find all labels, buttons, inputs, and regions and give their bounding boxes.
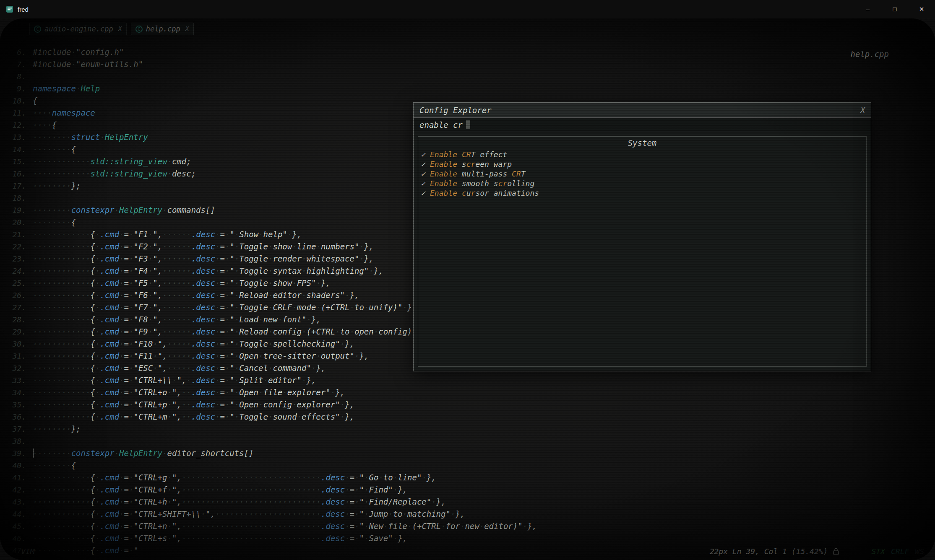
config-search-input[interactable]: enable cr bbox=[414, 118, 871, 132]
code-line-text: ············std::string_view·cmd; bbox=[33, 156, 191, 168]
code-line-text: ········}; bbox=[33, 180, 81, 192]
code-line[interactable]: 33.············{·.cmd·=·"CTRL+\\·",·.des… bbox=[6, 374, 935, 386]
code-line-text: ············{·.cmd·=·"CTRL+p·",··.desc·=… bbox=[33, 399, 354, 411]
code-line[interactable]: 34.············{·.cmd·=·"CTRL+o·",··.des… bbox=[6, 386, 935, 399]
code-line[interactable]: 43.············{·.cmd·=·"CTRL+h·",······… bbox=[6, 496, 935, 508]
dialog-close-button[interactable]: X bbox=[861, 106, 865, 114]
config-item[interactable]: ✓Enable multi-pass CRT bbox=[418, 169, 866, 179]
code-line-text: ············{·.cmd·=·"CTRL+h·",·········… bbox=[33, 496, 446, 508]
config-section-header: System bbox=[418, 137, 866, 150]
maximize-button[interactable]: □ bbox=[881, 0, 908, 18]
config-item[interactable]: ✓Enable smooth scrolling bbox=[418, 179, 866, 188]
code-line[interactable]: 38. bbox=[6, 435, 935, 447]
line-number: 17. bbox=[6, 180, 26, 192]
code-line[interactable]: 40.········{ bbox=[6, 459, 935, 472]
line-number: 18. bbox=[6, 192, 26, 204]
search-caret bbox=[466, 120, 470, 129]
line-number: 7. bbox=[6, 58, 26, 70]
line-number: 35. bbox=[6, 399, 26, 411]
line-number: 45. bbox=[6, 520, 26, 532]
line-number: 43. bbox=[6, 496, 26, 508]
code-line[interactable]: 36.············{·.cmd·=·"CTRL+m·",··.des… bbox=[6, 411, 935, 423]
code-line-text: ············{·.cmd·=·"CTRL+o·",··.desc·=… bbox=[33, 386, 345, 399]
tab-label: audio-engine.cpp bbox=[44, 25, 113, 33]
line-number: 26. bbox=[6, 289, 26, 301]
config-item-label: Enable CRT effect bbox=[430, 150, 507, 159]
code-line-text: ············{·.cmd·=·"CTRL+\\·",·.desc·=… bbox=[33, 374, 316, 386]
line-number: 38. bbox=[6, 435, 26, 447]
code-line[interactable]: 41.············{·.cmd·=·"CTRL+g·",······… bbox=[6, 472, 935, 484]
code-line-text: namespace·Help bbox=[33, 83, 100, 95]
line-number: 11. bbox=[6, 107, 26, 119]
status-flag-stx: STX bbox=[871, 547, 885, 556]
code-line[interactable]: 37.········}; bbox=[6, 423, 935, 435]
line-number: 28. bbox=[6, 314, 26, 326]
code-line[interactable]: 9.namespace·Help bbox=[6, 83, 935, 95]
checkbox-checked-icon: ✓ bbox=[421, 179, 430, 188]
code-line-text: #include·"config.h" bbox=[33, 46, 124, 58]
tab-help.cpp[interactable]: Chelp.cppX bbox=[131, 23, 194, 35]
checkbox-checked-icon: ✓ bbox=[421, 150, 430, 159]
config-item[interactable]: ✓Enable cursor animations bbox=[418, 188, 866, 198]
line-number: 6. bbox=[6, 46, 26, 58]
line-number: 19. bbox=[6, 204, 26, 216]
code-line[interactable]: 8. bbox=[6, 70, 935, 83]
code-line[interactable]: 42.············{·.cmd·=·"CTRL+f·",······… bbox=[6, 484, 935, 496]
code-line-text: ············{·.cmd·=·"CTRL+m·",··.desc·=… bbox=[33, 411, 354, 423]
status-bar: VIM 22px Ln 39, Col 1 (15.42%) STXCRLFWS bbox=[0, 542, 935, 560]
code-line-text: ········{ bbox=[33, 216, 76, 228]
tab-close-button[interactable]: X bbox=[118, 25, 122, 33]
cursor-position: 22px Ln 39, Col 1 (15.42%) bbox=[710, 547, 828, 556]
tab-audio-engine.cpp[interactable]: Caudio-engine.cppX bbox=[29, 23, 127, 35]
code-line[interactable]: 35.············{·.cmd·=·"CTRL+p·",··.des… bbox=[6, 399, 935, 411]
line-number: 39. bbox=[6, 447, 26, 459]
line-number: 27. bbox=[6, 301, 26, 314]
line-number: 16. bbox=[6, 168, 26, 180]
line-number: 14. bbox=[6, 143, 26, 156]
editor-screen: Caudio-engine.cppXChelp.cppX help.cpp 6.… bbox=[0, 18, 935, 560]
line-number: 41. bbox=[6, 472, 26, 484]
code-line-text: #include·"enum-utils.h" bbox=[33, 58, 143, 70]
config-item[interactable]: ✓Enable screen warp bbox=[418, 159, 866, 169]
status-flags: STXCRLFWS bbox=[871, 547, 924, 556]
code-line-text: ········constexpr·HelpEntry·editor_short… bbox=[33, 447, 253, 459]
code-line-text: ············{·.cmd·=·"F3·",······.desc·=… bbox=[33, 253, 374, 265]
config-item[interactable]: ✓Enable CRT effect bbox=[418, 150, 866, 159]
code-line-text: ········constexpr·HelpEntry·commands[] bbox=[33, 204, 215, 216]
line-number: 29. bbox=[6, 326, 26, 338]
line-number: 15. bbox=[6, 156, 26, 168]
lock-icon bbox=[833, 547, 839, 555]
config-item-label: Enable screen warp bbox=[430, 160, 512, 169]
code-line-text: ············std::string_view·desc; bbox=[33, 168, 196, 180]
code-line[interactable]: 39.········constexpr·HelpEntry·editor_sh… bbox=[6, 447, 935, 459]
line-number: 31. bbox=[6, 350, 26, 362]
code-line-text: ············{·.cmd·=·"CTRL+g·",·········… bbox=[33, 472, 436, 484]
code-line-text: ············{·.cmd·=·"CTRL+SHIFT+\\·",··… bbox=[33, 508, 465, 520]
code-line[interactable]: 45.············{·.cmd·=·"CTRL+n·",······… bbox=[6, 520, 935, 532]
code-line-text: ············{·.cmd·=·"F11·",·····.desc·=… bbox=[33, 350, 369, 362]
checkbox-checked-icon: ✓ bbox=[421, 169, 430, 178]
close-button[interactable]: ✕ bbox=[908, 0, 935, 18]
line-number: 21. bbox=[6, 228, 26, 241]
config-explorer-dialog: Config Explorer X enable cr System ✓Enab… bbox=[413, 102, 871, 371]
line-number: 42. bbox=[6, 484, 26, 496]
minimize-button[interactable]: – bbox=[854, 0, 881, 18]
line-number: 9. bbox=[6, 83, 26, 95]
code-line[interactable]: 44.············{·.cmd·=·"CTRL+SHIFT+\\·"… bbox=[6, 508, 935, 520]
tab-bar: Caudio-engine.cppXChelp.cppX bbox=[0, 18, 935, 38]
line-number: 20. bbox=[6, 216, 26, 228]
tab-close-button[interactable]: X bbox=[185, 25, 189, 33]
line-number: 32. bbox=[6, 362, 26, 374]
code-line-text: ············{·.cmd·=·"CTRL+f·",·········… bbox=[33, 484, 407, 496]
line-number: 13. bbox=[6, 131, 26, 143]
line-number: 34. bbox=[6, 386, 26, 399]
code-line[interactable]: 6.#include·"config.h" bbox=[6, 46, 935, 58]
code-line[interactable]: 7.#include·"enum-utils.h" bbox=[6, 58, 935, 70]
line-number: 30. bbox=[6, 338, 26, 350]
search-query-text: enable cr bbox=[419, 120, 463, 130]
titlebar: fred – □ ✕ bbox=[0, 0, 935, 18]
line-number: 40. bbox=[6, 459, 26, 472]
code-line-text: ········}; bbox=[33, 423, 81, 435]
line-number: 25. bbox=[6, 277, 26, 289]
tab-label: help.cpp bbox=[146, 25, 180, 33]
